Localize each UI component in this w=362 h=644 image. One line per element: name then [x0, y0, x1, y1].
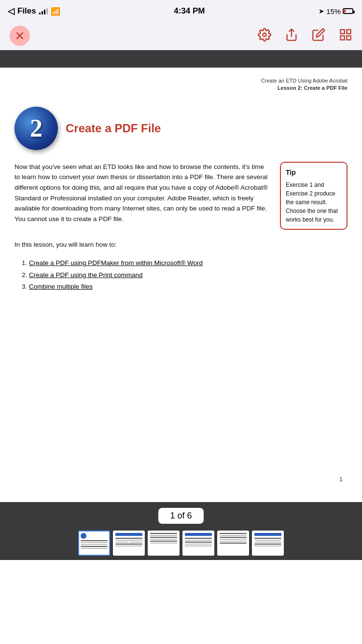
back-icon: ◁ — [8, 6, 14, 16]
toolbar — [0, 21, 362, 50]
status-right: ➤ 15% — [319, 7, 354, 15]
app-name: Files — [17, 6, 36, 16]
svg-rect-5 — [347, 29, 350, 33]
list-link-2[interactable]: Create a PDF using the Print command — [29, 271, 143, 279]
location-icon: ➤ — [319, 7, 324, 15]
battery-icon — [343, 8, 354, 14]
lesson-body-text: Now that you've seen what an ETD looks l… — [14, 162, 270, 230]
thumbnail-2[interactable] — [113, 531, 145, 556]
page-number: 1 — [339, 476, 348, 483]
list-item: Create a PDF using the Print command — [29, 269, 348, 281]
edit-icon[interactable] — [312, 28, 325, 43]
settings-icon[interactable] — [258, 28, 271, 43]
doc-header-line2: Lesson 2: Create a PDF File — [14, 84, 348, 92]
thumbnail-3[interactable] — [148, 531, 180, 556]
lesson-number: 2 — [30, 114, 42, 142]
share-icon[interactable] — [285, 28, 298, 43]
lesson-number-icon: 2 — [14, 107, 58, 150]
toolbar-right — [258, 28, 352, 43]
document-area: Create an ETD Using Adobe Acrobat Lesson… — [0, 68, 362, 502]
signal-bars-icon — [39, 8, 48, 14]
status-time: 4:34 PM — [174, 6, 205, 16]
wifi-icon: 📶 — [51, 7, 60, 16]
svg-rect-7 — [347, 36, 350, 40]
thumbnail-5[interactable] — [217, 531, 249, 556]
thumbnail-6[interactable] — [252, 531, 284, 556]
tip-box: Tip Exercise 1 and Exercise 2 produce th… — [280, 162, 348, 230]
thumbnail-4[interactable] — [182, 531, 214, 556]
lesson-circle: 2 — [14, 107, 58, 150]
doc-header-bar — [0, 50, 362, 68]
grid-icon[interactable] — [339, 28, 352, 43]
page-indicator: 1 of 6 — [158, 508, 203, 524]
lesson-list: Create a PDF using PDFMaker from within … — [14, 257, 348, 293]
tip-title: Tip — [286, 168, 342, 178]
status-bar: ◁ Files 📶 4:34 PM ➤ 15% — [0, 0, 362, 21]
list-link-1[interactable]: Create a PDF using PDFMaker from within … — [29, 259, 203, 266]
doc-header-line1: Create an ETD Using Adobe Acrobat — [14, 77, 348, 84]
close-button[interactable] — [10, 26, 30, 46]
list-item: Create a PDF using PDFMaker from within … — [29, 257, 348, 269]
svg-rect-4 — [341, 29, 345, 33]
battery-percent: 15% — [326, 7, 341, 15]
doc-header-text: Create an ETD Using Adobe Acrobat Lesson… — [14, 77, 348, 92]
lesson-heading: 2 Create a PDF File — [14, 107, 348, 150]
tip-text: Exercise 1 and Exercise 2 produce the sa… — [286, 181, 342, 224]
status-left: ◁ Files 📶 — [8, 6, 60, 16]
thumbnails-strip — [73, 531, 289, 556]
list-item: Combine multiple files — [29, 281, 348, 293]
lesson-title: Create a PDF File — [66, 122, 161, 135]
intro-text: In this lesson, you will learn how to: — [14, 239, 348, 250]
svg-rect-6 — [341, 36, 345, 40]
toolbar-left — [10, 26, 30, 46]
bottom-bar: 1 of 6 — [0, 502, 362, 560]
svg-point-2 — [263, 33, 266, 36]
lesson-body: Now that you've seen what an ETD looks l… — [14, 162, 348, 230]
thumbnail-1[interactable] — [78, 531, 110, 556]
list-link-3[interactable]: Combine multiple files — [29, 283, 93, 290]
